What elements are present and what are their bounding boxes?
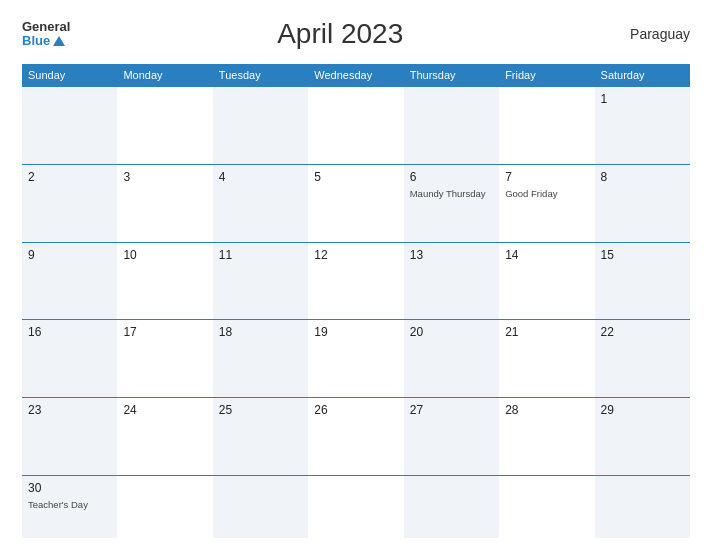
- week-row-2: 9101112131415: [22, 242, 690, 320]
- day-cell-w2-d4: 13: [404, 243, 499, 320]
- day-number: 16: [28, 325, 111, 339]
- day-cell-w4-d2: 25: [213, 398, 308, 475]
- header-sunday: Sunday: [22, 64, 117, 86]
- day-number: 13: [410, 248, 493, 262]
- day-number: 18: [219, 325, 302, 339]
- day-number: 2: [28, 170, 111, 184]
- day-number: 20: [410, 325, 493, 339]
- day-number: 19: [314, 325, 397, 339]
- country-label: Paraguay: [610, 26, 690, 42]
- day-cell-w5-d1: [117, 476, 212, 538]
- header-saturday: Saturday: [595, 64, 690, 86]
- day-number: 17: [123, 325, 206, 339]
- day-cell-w0-d1: [117, 87, 212, 164]
- calendar-page: General Blue April 2023 Paraguay Sunday …: [0, 0, 712, 550]
- day-number: 5: [314, 170, 397, 184]
- day-number: 14: [505, 248, 588, 262]
- day-cell-w1-d2: 4: [213, 165, 308, 242]
- day-cell-w5-d0: 30Teacher's Day: [22, 476, 117, 538]
- logo: General Blue: [22, 20, 70, 49]
- day-cell-w2-d1: 10: [117, 243, 212, 320]
- day-cell-w1-d3: 5: [308, 165, 403, 242]
- day-number: 1: [601, 92, 684, 106]
- week-row-1: 23456Maundy Thursday7Good Friday8: [22, 164, 690, 242]
- day-cell-w2-d2: 11: [213, 243, 308, 320]
- day-cell-w2-d5: 14: [499, 243, 594, 320]
- week-row-5: 30Teacher's Day: [22, 475, 690, 538]
- day-cell-w4-d1: 24: [117, 398, 212, 475]
- day-cell-w3-d3: 19: [308, 320, 403, 397]
- day-cell-w5-d3: [308, 476, 403, 538]
- day-cell-w3-d0: 16: [22, 320, 117, 397]
- day-cell-w3-d4: 20: [404, 320, 499, 397]
- day-number: 30: [28, 481, 111, 495]
- day-cell-w5-d4: [404, 476, 499, 538]
- week-row-4: 23242526272829: [22, 397, 690, 475]
- calendar-grid: Sunday Monday Tuesday Wednesday Thursday…: [22, 64, 690, 538]
- day-number: 3: [123, 170, 206, 184]
- logo-triangle-icon: [53, 36, 65, 46]
- header: General Blue April 2023 Paraguay: [22, 18, 690, 50]
- day-event: Maundy Thursday: [410, 188, 486, 199]
- day-number: 24: [123, 403, 206, 417]
- day-cell-w4-d6: 29: [595, 398, 690, 475]
- day-event: Teacher's Day: [28, 499, 88, 510]
- day-number: 25: [219, 403, 302, 417]
- logo-general-text: General: [22, 20, 70, 34]
- day-number: 26: [314, 403, 397, 417]
- week-row-3: 16171819202122: [22, 319, 690, 397]
- day-number: 15: [601, 248, 684, 262]
- day-number: 23: [28, 403, 111, 417]
- day-cell-w2-d3: 12: [308, 243, 403, 320]
- day-cell-w0-d0: [22, 87, 117, 164]
- day-event: Good Friday: [505, 188, 557, 199]
- day-cell-w1-d6: 8: [595, 165, 690, 242]
- day-headers-row: Sunday Monday Tuesday Wednesday Thursday…: [22, 64, 690, 86]
- day-cell-w5-d6: [595, 476, 690, 538]
- weeks-container: 123456Maundy Thursday7Good Friday8910111…: [22, 86, 690, 538]
- day-number: 9: [28, 248, 111, 262]
- day-cell-w0-d5: [499, 87, 594, 164]
- day-cell-w0-d4: [404, 87, 499, 164]
- day-cell-w5-d2: [213, 476, 308, 538]
- day-cell-w0-d3: [308, 87, 403, 164]
- day-cell-w3-d6: 22: [595, 320, 690, 397]
- day-cell-w0-d2: [213, 87, 308, 164]
- header-tuesday: Tuesday: [213, 64, 308, 86]
- day-number: 8: [601, 170, 684, 184]
- week-row-0: 1: [22, 86, 690, 164]
- day-cell-w1-d5: 7Good Friday: [499, 165, 594, 242]
- day-number: 7: [505, 170, 588, 184]
- day-number: 11: [219, 248, 302, 262]
- day-number: 12: [314, 248, 397, 262]
- day-cell-w3-d1: 17: [117, 320, 212, 397]
- header-wednesday: Wednesday: [308, 64, 403, 86]
- day-number: 10: [123, 248, 206, 262]
- day-cell-w2-d6: 15: [595, 243, 690, 320]
- calendar-title: April 2023: [70, 18, 610, 50]
- day-cell-w0-d6: 1: [595, 87, 690, 164]
- header-monday: Monday: [117, 64, 212, 86]
- day-number: 28: [505, 403, 588, 417]
- header-friday: Friday: [499, 64, 594, 86]
- day-number: 4: [219, 170, 302, 184]
- day-cell-w2-d0: 9: [22, 243, 117, 320]
- day-cell-w1-d0: 2: [22, 165, 117, 242]
- day-cell-w3-d5: 21: [499, 320, 594, 397]
- day-number: 21: [505, 325, 588, 339]
- day-cell-w4-d5: 28: [499, 398, 594, 475]
- header-thursday: Thursday: [404, 64, 499, 86]
- day-cell-w4-d0: 23: [22, 398, 117, 475]
- day-number: 27: [410, 403, 493, 417]
- logo-blue-text: Blue: [22, 34, 70, 48]
- day-cell-w3-d2: 18: [213, 320, 308, 397]
- day-cell-w1-d4: 6Maundy Thursday: [404, 165, 499, 242]
- day-cell-w1-d1: 3: [117, 165, 212, 242]
- day-cell-w4-d4: 27: [404, 398, 499, 475]
- day-number: 29: [601, 403, 684, 417]
- day-number: 22: [601, 325, 684, 339]
- day-number: 6: [410, 170, 493, 184]
- day-cell-w5-d5: [499, 476, 594, 538]
- day-cell-w4-d3: 26: [308, 398, 403, 475]
